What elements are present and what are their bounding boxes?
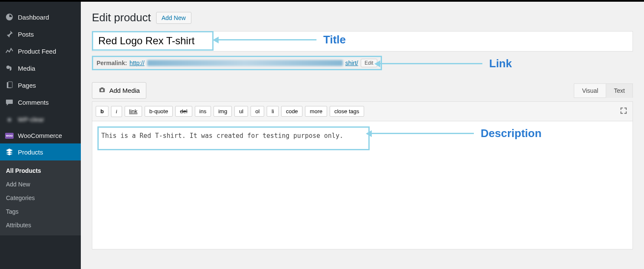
editor-body[interactable]: This is a Red T-shirt. It was created fo… [92, 121, 633, 249]
qt-link-button[interactable]: link [125, 106, 142, 117]
camera-icon [98, 86, 106, 95]
permalink-label: Permalink: [97, 60, 127, 66]
sidebar-item-media[interactable]: Media [0, 60, 81, 77]
qt-bquote-button[interactable]: b-quote [145, 106, 173, 117]
submenu-tags[interactable]: Tags [0, 205, 81, 218]
qt-img-button[interactable]: img [214, 106, 232, 117]
qt-ul-button[interactable]: ul [234, 106, 248, 117]
woocommerce-icon: woo [5, 133, 14, 139]
main-content: Edit product Add New Permalink: http:// … [81, 0, 644, 269]
submenu-all-products[interactable]: All Products [0, 164, 81, 177]
sidebar-item-dashboard[interactable]: Dashboard [0, 9, 81, 26]
title-highlight [92, 31, 214, 51]
permalink-suffix: shirt/ [345, 60, 358, 66]
dashboard-icon [5, 13, 14, 21]
svg-point-0 [6, 66, 10, 69]
description-highlight: This is a Red T-shirt. It was created fo… [97, 126, 370, 150]
add-new-button[interactable]: Add New [156, 12, 191, 24]
submenu-label: Attributes [6, 222, 31, 229]
editor-panel: b i link b-quote del ins img ul ol li co… [92, 101, 633, 249]
permalink-suffix-link[interactable]: shirt/ [345, 60, 358, 66]
svg-rect-2 [8, 82, 12, 88]
submenu-label: Tags [6, 208, 19, 215]
media-icon [5, 64, 14, 72]
qt-ol-button[interactable]: ol [251, 106, 264, 117]
annotation-link-label: Link [489, 57, 512, 70]
permalink-row: Permalink: http:// shirt/ Edit [92, 56, 382, 70]
qt-more-button[interactable]: more [305, 106, 327, 117]
qt-ins-button[interactable]: ins [195, 106, 211, 117]
qt-li-button[interactable]: li [267, 106, 279, 117]
qt-italic-button[interactable]: i [111, 106, 122, 117]
sidebar-item-label: Pages [18, 82, 36, 89]
sidebar-item-label: WooCommerce [18, 132, 62, 139]
sidebar-item-posts[interactable]: Posts [0, 26, 81, 43]
sidebar-item-product-feed[interactable]: Product Feed [0, 43, 81, 60]
sidebar-item-label: WP-clear [18, 116, 44, 123]
pin-icon [5, 30, 14, 38]
sidebar-item-label: Products [18, 149, 43, 156]
sidebar-item-label: Posts [18, 31, 34, 38]
qt-del-button[interactable]: del [175, 106, 192, 117]
sidebar-item-blurred[interactable]: ■ WP-clear [0, 111, 81, 128]
sidebar-item-woocommerce[interactable]: woo WooCommerce [0, 128, 81, 143]
editor-tabs: Visual Text [574, 83, 633, 98]
sidebar-item-products[interactable]: Products [0, 143, 81, 160]
sidebar-submenu: All Products Add New Categories Tags Att… [0, 160, 81, 235]
sidebar-item-label: Comments [18, 99, 49, 106]
permalink-edit-button[interactable]: Edit [361, 59, 377, 67]
quicktags-toolbar: b i link b-quote del ins img ul ol li co… [92, 102, 633, 121]
generic-icon: ■ [5, 115, 14, 123]
permalink-blurred [147, 60, 343, 66]
submenu-add-new[interactable]: Add New [0, 177, 81, 191]
submenu-label: All Products [6, 167, 41, 174]
comment-icon [5, 98, 14, 106]
page-title: Edit product [92, 11, 151, 24]
tab-text[interactable]: Text [606, 83, 633, 98]
products-icon [5, 148, 14, 156]
fullscreen-icon[interactable] [618, 105, 629, 117]
permalink-link[interactable]: http:// [130, 60, 145, 66]
sidebar-item-pages[interactable]: Pages [0, 77, 81, 94]
submenu-categories[interactable]: Categories [0, 191, 81, 205]
sidebar-item-label: Media [18, 65, 35, 72]
qt-bold-button[interactable]: b [96, 106, 108, 117]
add-media-button[interactable]: Add Media [92, 82, 146, 99]
qt-closetags-button[interactable]: close tags [330, 106, 364, 117]
add-media-label: Add Media [109, 87, 140, 94]
admin-topbar [0, 0, 644, 2]
qt-code-button[interactable]: code [281, 106, 302, 117]
tab-visual[interactable]: Visual [574, 83, 606, 98]
sidebar-item-label: Product Feed [18, 48, 56, 55]
sidebar-item-label: Dashboard [18, 14, 49, 21]
submenu-label: Categories [6, 195, 35, 201]
submenu-attributes[interactable]: Attributes [0, 218, 81, 232]
submenu-label: Add New [6, 181, 30, 188]
annotation-link: Link [374, 57, 512, 70]
permalink-prefix: http:// [130, 60, 145, 66]
feed-icon [5, 47, 14, 55]
page-icon [5, 81, 14, 89]
product-title-input[interactable] [93, 32, 212, 49]
product-description[interactable]: This is a Red T-shirt. It was created fo… [101, 132, 366, 140]
sidebar-item-comments[interactable]: Comments [0, 94, 81, 111]
admin-sidebar: Dashboard Posts Product Feed Media Pages [0, 0, 81, 269]
